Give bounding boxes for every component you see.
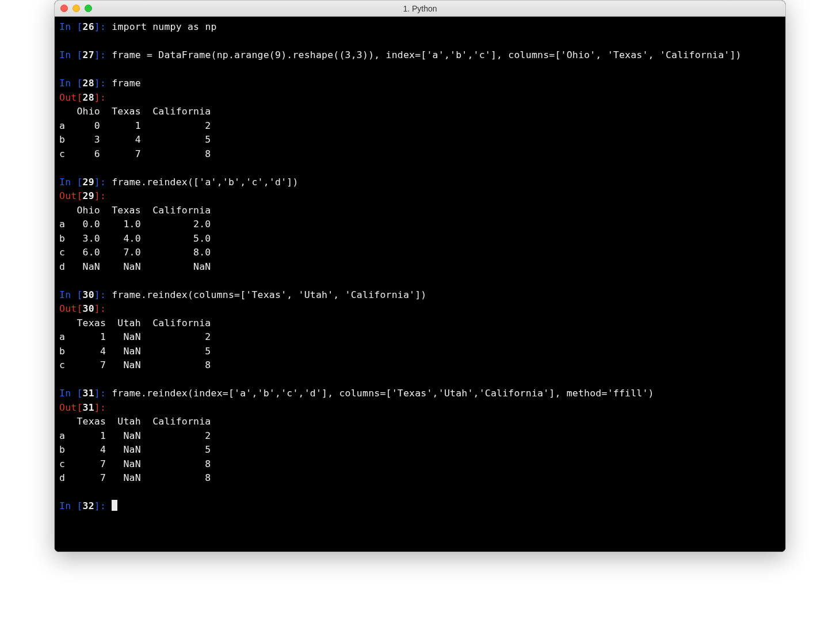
- out-prompt: ]:: [94, 92, 106, 103]
- in-prompt: ]:: [94, 177, 106, 188]
- in-prompt: ]:: [94, 388, 106, 399]
- minimize-icon[interactable]: [72, 5, 80, 12]
- in-prompt: ]:: [94, 500, 106, 511]
- titlebar[interactable]: 1. Python: [55, 1, 785, 17]
- in-prompt: ]:: [94, 78, 106, 89]
- cursor-icon: [112, 500, 117, 511]
- in-prompt: ]:: [94, 289, 106, 300]
- in-prompt-number: 32: [83, 500, 94, 511]
- code-input: frame.reindex(index=['a','b','c','d'], c…: [112, 388, 654, 399]
- code-output: Ohio Texas California a 0.0 1.0 2.0 b 3.…: [59, 205, 211, 272]
- in-prompt: In [: [59, 388, 83, 399]
- code-output: Texas Utah California a 1 NaN 2 b 4 NaN …: [59, 416, 211, 483]
- out-prompt-number: 30: [83, 303, 94, 314]
- terminal-content[interactable]: In [26]: import numpy as np In [27]: fra…: [55, 17, 785, 552]
- in-prompt: In [: [59, 500, 83, 511]
- out-prompt: ]:: [94, 402, 106, 413]
- code-output: Ohio Texas California a 0 1 2 b 3 4 5 c …: [59, 106, 211, 159]
- in-prompt: In [: [59, 177, 83, 188]
- out-prompt: ]:: [94, 190, 106, 201]
- out-prompt: Out[: [59, 402, 83, 413]
- in-prompt-number: 29: [83, 177, 94, 188]
- in-prompt-number: 26: [83, 21, 94, 32]
- code-input: frame.reindex(['a','b','c','d']): [112, 177, 298, 188]
- in-prompt: In [: [59, 49, 83, 60]
- out-prompt-number: 31: [83, 402, 94, 413]
- out-prompt-number: 29: [83, 190, 94, 201]
- out-prompt: Out[: [59, 303, 83, 314]
- in-prompt: In [: [59, 78, 83, 89]
- in-prompt: ]:: [94, 49, 106, 60]
- in-prompt-number: 27: [83, 49, 94, 60]
- terminal-window: 1. Python In [26]: import numpy as np In…: [54, 0, 786, 552]
- code-input: frame = DataFrame(np.arange(9).reshape((…: [112, 49, 741, 60]
- in-prompt-number: 30: [83, 289, 94, 300]
- code-input: import numpy as np: [112, 21, 216, 32]
- code-input: frame: [112, 78, 141, 89]
- out-prompt: Out[: [59, 190, 83, 201]
- out-prompt: ]:: [94, 303, 106, 314]
- code-output: Texas Utah California a 1 NaN 2 b 4 NaN …: [59, 318, 211, 371]
- zoom-icon[interactable]: [85, 5, 92, 12]
- code-input: frame.reindex(columns=['Texas', 'Utah', …: [112, 289, 426, 300]
- window-title: 1. Python: [403, 4, 437, 13]
- in-prompt: In [: [59, 289, 83, 300]
- in-prompt-number: 28: [83, 78, 94, 89]
- in-prompt: In [: [59, 21, 83, 32]
- out-prompt: Out[: [59, 92, 83, 103]
- in-prompt: ]:: [94, 21, 106, 32]
- out-prompt-number: 28: [83, 92, 94, 103]
- close-icon[interactable]: [60, 5, 68, 12]
- window-controls: [60, 5, 92, 12]
- in-prompt-number: 31: [83, 388, 94, 399]
